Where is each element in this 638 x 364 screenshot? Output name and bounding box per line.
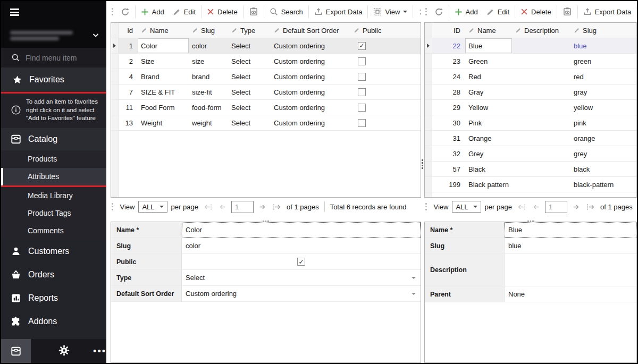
column-header-public[interactable]: Public: [350, 23, 421, 38]
slug-field[interactable]: color: [182, 238, 421, 253]
view-dropdown-button[interactable]: View: [369, 4, 412, 20]
pager-grip-handle[interactable]: [425, 203, 427, 210]
public-checkbox[interactable]: [358, 73, 366, 81]
user-account-area[interactable]: [1, 23, 106, 48]
type-dropdown[interactable]: Select: [182, 270, 421, 285]
table-row[interactable]: 29 Yellow yellow: [425, 100, 636, 115]
sidebar-item-orders[interactable]: Orders: [1, 263, 106, 286]
export-data-button[interactable]: Export Data: [579, 4, 636, 20]
table-row[interactable]: 13 Weight weight Select Custom ordering: [111, 115, 421, 131]
delete-button[interactable]: Delete: [516, 4, 556, 20]
cell-name-editor[interactable]: Blue: [465, 38, 512, 53]
last-page-button[interactable]: [585, 203, 597, 211]
edit-button[interactable]: Edit: [482, 4, 514, 20]
export-data-button[interactable]: Export Data: [310, 4, 367, 20]
delete-button[interactable]: Delete: [203, 4, 242, 20]
column-header-slug[interactable]: Slug: [189, 23, 228, 38]
page-number-input[interactable]: [231, 201, 254, 213]
preview-button[interactable]: [245, 4, 263, 20]
column-header-name[interactable]: Name: [138, 23, 189, 38]
table-row[interactable]: 7 SIZE & FIT size-fit Select Custom orde…: [111, 84, 421, 100]
table-row[interactable]: 23 Green green: [425, 54, 636, 69]
hamburger-menu-icon[interactable]: [10, 9, 19, 16]
search-input[interactable]: [26, 54, 95, 62]
catalog-label: Catalog: [28, 134, 57, 144]
public-form-checkbox[interactable]: [297, 258, 305, 266]
table-row[interactable]: 4 Brand brand Select Custom ordering: [111, 69, 421, 84]
refresh-button[interactable]: [116, 4, 134, 20]
refresh-button[interactable]: [430, 4, 448, 20]
sidebar-item-reports[interactable]: Reports: [1, 286, 106, 310]
sidebar-item-customers[interactable]: Customers: [1, 240, 106, 263]
table-row[interactable]: 31 Orange orange: [425, 131, 636, 146]
table-row-selected[interactable]: 22 Blue blue: [425, 38, 636, 54]
settings-button[interactable]: [58, 345, 70, 358]
column-header-slug[interactable]: Slug: [570, 23, 636, 38]
first-page-button[interactable]: [516, 203, 527, 211]
next-page-button[interactable]: [257, 203, 267, 211]
cell-name: Red: [465, 69, 512, 84]
edit-button[interactable]: Edit: [169, 4, 200, 20]
first-page-button[interactable]: [202, 203, 214, 211]
chevron-down-icon[interactable]: [91, 31, 100, 41]
column-header-id[interactable]: Id: [119, 23, 138, 38]
more-options-button[interactable]: •••: [93, 349, 106, 354]
toolbar-separator: [636, 5, 637, 18]
column-header-sort-order[interactable]: Default Sort Order: [271, 23, 350, 38]
form-splitter-handle[interactable]: [424, 216, 637, 222]
slug-field[interactable]: blue: [505, 238, 636, 253]
sidebar-item-catalog[interactable]: Catalog: [1, 128, 106, 150]
sort-order-dropdown[interactable]: Custom ordering: [182, 286, 421, 301]
sidebar-item-product-tags[interactable]: Product Tags: [1, 205, 106, 222]
per-page-select[interactable]: ALL: [452, 201, 481, 213]
table-row[interactable]: 199 Black pattern black-pattern: [425, 177, 636, 192]
toolbar-grip-handle[interactable]: [112, 8, 113, 15]
name-field[interactable]: Blue: [505, 222, 636, 238]
add-button[interactable]: Add: [137, 4, 169, 20]
sidebar-item-favorites[interactable]: Favorites: [1, 67, 106, 92]
page-number-input[interactable]: [545, 201, 567, 213]
public-checkbox[interactable]: [358, 119, 366, 127]
sidebar-item-attributes[interactable]: Attributes: [1, 168, 106, 185]
preview-button[interactable]: [558, 4, 576, 20]
public-checkbox[interactable]: [358, 42, 366, 50]
toolbar-grip-handle[interactable]: [425, 8, 427, 15]
cell-name-editor[interactable]: Color: [138, 38, 189, 53]
column-header-id[interactable]: ID: [432, 23, 465, 38]
table-row[interactable]: 32 Grey grey: [425, 146, 636, 162]
name-field[interactable]: Color: [182, 222, 421, 238]
table-row-selected[interactable]: 1 Color color Select Custom ordering: [111, 38, 421, 54]
column-header-description[interactable]: Description: [512, 23, 570, 38]
table-row[interactable]: 57 Black black: [425, 162, 636, 177]
public-checkbox[interactable]: [358, 88, 366, 96]
public-checkbox[interactable]: [358, 104, 366, 112]
table-row[interactable]: 24 Red red: [425, 69, 636, 84]
table-row[interactable]: 11 Food Form food-form Select Custom ord…: [111, 100, 421, 115]
add-button[interactable]: Add: [450, 4, 482, 20]
table-row[interactable]: 2 Size size Select Custom ordering: [111, 54, 421, 69]
view-label: View: [434, 203, 449, 211]
parent-field[interactable]: None: [505, 286, 636, 302]
pager-grip-handle[interactable]: [112, 203, 113, 210]
table-row[interactable]: 30 Pink pink: [425, 115, 636, 131]
prev-page-button[interactable]: [531, 203, 541, 211]
column-header-type[interactable]: Type: [228, 23, 271, 38]
last-page-button[interactable]: [271, 203, 283, 211]
next-page-button[interactable]: [571, 203, 581, 211]
export-grid-dropdown-button[interactable]: Export Grid: [414, 4, 421, 20]
sidebar-item-addons[interactable]: Addons: [1, 310, 106, 333]
sidebar-item-products[interactable]: Products: [1, 150, 106, 168]
catalog-tab-button[interactable]: [1, 339, 31, 363]
cell-id: 2: [119, 54, 138, 69]
prev-page-button[interactable]: [217, 203, 228, 211]
panel-splitter-handle[interactable]: [422, 159, 423, 169]
column-header-name[interactable]: Name: [465, 23, 512, 38]
search-button[interactable]: Search: [265, 4, 307, 20]
public-checkbox[interactable]: [358, 57, 366, 65]
table-row[interactable]: 28 Gray gray: [425, 84, 636, 100]
form-splitter-handle[interactable]: [111, 216, 421, 222]
description-field[interactable]: [505, 254, 636, 286]
sidebar-item-media-library[interactable]: Media Library: [1, 187, 106, 205]
sidebar-item-comments[interactable]: Comments: [1, 222, 106, 240]
per-page-select[interactable]: ALL: [138, 201, 167, 213]
